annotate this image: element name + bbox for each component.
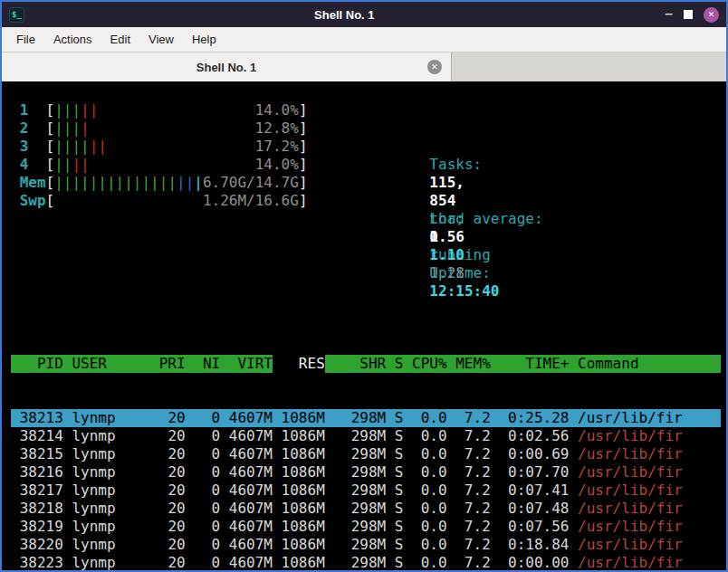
cell-s: S <box>386 427 403 445</box>
cpu-meter-1: 1[|||||14.0%] <box>20 101 317 119</box>
meter-close-bracket: ] <box>299 192 308 210</box>
cell-s: S <box>386 409 403 427</box>
cell-s: S <box>386 518 403 536</box>
cell-time: 0:25.28 <box>491 409 570 427</box>
meter-value: 14.0% <box>255 101 299 119</box>
minimize-button[interactable]: − <box>665 7 673 22</box>
column-header-cmd[interactable]: Command <box>578 355 721 373</box>
cell-shr: 298M <box>325 481 386 500</box>
process-row-38218[interactable]: 38218lynmp2004607M1086M298MS0.07.20:07.4… <box>11 500 721 518</box>
cell-virt: 4607M <box>220 481 273 500</box>
cell-cpu: 0.0 <box>403 536 446 554</box>
process-row-38219[interactable]: 38219lynmp2004607M1086M298MS0.07.20:07.5… <box>11 518 721 536</box>
cell-pri: 20 <box>150 518 186 536</box>
meter-bar: ||||12.8% <box>54 119 299 138</box>
meter-open-bracket: [ <box>46 119 55 138</box>
column-header-res[interactable]: RES <box>273 355 325 373</box>
meter-segment: || <box>81 101 98 119</box>
menu-file[interactable]: File <box>7 33 44 46</box>
meter-value: 1.26M/16.6G <box>203 192 299 210</box>
process-row-38217[interactable]: 38217lynmp2004607M1086M298MS0.07.20:07.4… <box>11 481 721 500</box>
menu-edit[interactable]: Edit <box>101 33 139 46</box>
column-header-cpu[interactable]: CPU% <box>403 355 446 373</box>
cell-virt: 4607M <box>220 445 273 463</box>
column-header-shr[interactable]: SHR <box>325 355 386 373</box>
process-row-38223[interactable]: 38223lynmp2004607M1086M298MS0.07.20:00.0… <box>11 554 721 570</box>
process-rows: 38213lynmp2004607M1086M298MS0.07.20:25.2… <box>11 409 721 570</box>
cell-pri: 20 <box>150 463 186 481</box>
column-header-ni[interactable]: NI <box>186 355 221 373</box>
terminal-screen[interactable]: 1[|||||14.0%]2[||||12.8%]3[||||||17.2%]4… <box>2 81 726 570</box>
column-header-pri[interactable]: PRI <box>150 355 186 373</box>
cell-cpu: 0.0 <box>403 463 446 481</box>
cpu-meter-2: 2[||||12.8%] <box>20 119 317 138</box>
cell-virt: 4607M <box>220 409 273 427</box>
cell-cmd: /usr/lib/fir <box>578 536 721 554</box>
cell-time: 0:02.56 <box>491 427 570 445</box>
column-header-user[interactable]: USER <box>72 355 150 373</box>
cell-mem: 7.2 <box>447 445 491 463</box>
meter-value: 14.0% <box>255 156 299 174</box>
cell-cmd: /usr/lib/fir <box>578 481 721 500</box>
column-header-time[interactable]: TIME+ <box>491 355 570 373</box>
menu-actions[interactable]: Actions <box>44 33 101 46</box>
meter-open-bracket: [ <box>46 101 55 119</box>
cell-cpu: 0.0 <box>403 409 446 427</box>
cell-cmd: /usr/lib/fir <box>578 463 721 481</box>
menu-help[interactable]: Help <box>183 33 225 46</box>
meter-segment: || <box>54 156 72 173</box>
cell-shr: 298M <box>325 409 386 427</box>
cell-pri: 20 <box>150 427 186 445</box>
load-label: Load average: <box>429 210 542 227</box>
tasks-label: Tasks: <box>429 156 482 173</box>
titlebar[interactable]: $_ Shell No. 1 − ✕ <box>2 2 726 27</box>
cell-pri: 20 <box>150 481 186 500</box>
cell-time: 0:07.48 <box>491 500 570 518</box>
tab-shell[interactable]: Shell No. 1 ✕ <box>2 52 452 81</box>
cell-ni: 0 <box>186 463 221 481</box>
meter-segment: | <box>194 174 203 191</box>
tasks-count: 115, <box>429 174 465 191</box>
uptime-label: Uptime: <box>429 264 490 281</box>
cell-mem: 7.2 <box>447 409 491 427</box>
meter-value: 17.2% <box>255 138 299 156</box>
cell-s: S <box>386 481 403 500</box>
cell-shr: 298M <box>325 500 386 518</box>
meter-bar: |||||||||||||||||6.70G/14.7G <box>54 174 299 192</box>
cell-res: 1086M <box>273 445 325 463</box>
terminal-window: $_ Shell No. 1 − ✕ File Actions Edit Vie… <box>0 0 728 572</box>
process-row-38216[interactable]: 38216lynmp2004607M1086M298MS0.07.20:07.7… <box>11 463 721 481</box>
menu-view[interactable]: View <box>139 33 183 46</box>
tab-close-icon[interactable]: ✕ <box>427 60 442 74</box>
meter-label: 1 <box>20 101 46 119</box>
meter-bar: ||||14.0% <box>54 156 299 174</box>
tab-label: Shell No. 1 <box>196 61 256 74</box>
close-button[interactable]: ✕ <box>704 7 719 23</box>
column-header-mem[interactable]: MEM% <box>447 355 491 373</box>
cell-virt: 4607M <box>220 463 273 481</box>
tasks-line: Tasks: 115, 854 thr; 1 running <box>342 138 549 156</box>
cell-pid: 38220 <box>11 536 63 554</box>
meter-segment: || <box>90 138 107 155</box>
uptime-value: 12:15:40 <box>429 282 499 300</box>
cell-res: 1086M <box>273 463 325 481</box>
meter-segment: | <box>81 119 90 137</box>
cell-s: S <box>386 500 403 518</box>
cell-s: S <box>386 536 403 554</box>
cell-user: lynmp <box>72 427 150 445</box>
cpu-meter-4: 4[||||14.0%] <box>20 156 317 174</box>
column-header-s[interactable]: S <box>386 355 403 373</box>
process-row-38213[interactable]: 38213lynmp2004607M1086M298MS0.07.20:25.2… <box>11 409 721 427</box>
process-row-38215[interactable]: 38215lynmp2004607M1086M298MS0.07.20:00.6… <box>11 445 721 463</box>
cell-shr: 298M <box>325 445 386 463</box>
meter-label: Swp <box>20 192 46 210</box>
column-header-virt[interactable]: VIRT <box>220 355 273 373</box>
process-row-38220[interactable]: 38220lynmp2004607M1086M298MS0.07.20:18.8… <box>11 536 721 554</box>
cell-cpu: 0.0 <box>403 554 446 570</box>
cell-pri: 20 <box>150 445 186 463</box>
cell-virt: 4607M <box>220 518 273 536</box>
process-row-38214[interactable]: 38214lynmp2004607M1086M298MS0.07.20:02.5… <box>11 427 721 445</box>
maximize-button[interactable] <box>684 10 693 19</box>
column-header-pid[interactable]: PID <box>11 355 63 373</box>
window-controls: − ✕ <box>665 7 719 23</box>
